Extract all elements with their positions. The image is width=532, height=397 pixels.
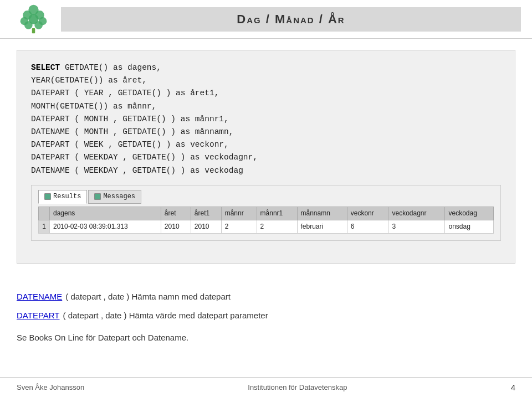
logo-icon [18, 4, 49, 34]
page-header: Dag / Månad / År [0, 0, 532, 39]
results-tab-label: Results [53, 192, 81, 202]
code-line-2: YEAR(GETDATE()) as året, [31, 74, 501, 87]
datename-info-line: DATENAME ( datepart , date ) Hämta namn … [17, 288, 515, 305]
cell-mannr1: 2 [257, 220, 297, 234]
results-container: Results Messages dagens året året1 månnr… [31, 185, 501, 241]
footer-institution: Institutionen för Datavetenskap [248, 383, 347, 391]
svg-point-7 [34, 21, 43, 29]
code-line-6: DATENAME ( MONTH , GETDATE() ) as månnam… [31, 126, 501, 138]
th-aret1: året1 [191, 207, 221, 220]
datename-info-text: ( datepart , date ) Hämta namn med datep… [65, 288, 231, 305]
th-dagens: dagens [50, 207, 161, 220]
logo-area [11, 4, 55, 34]
datepart-info-text: ( datepart , date ) Hämta värde med date… [63, 307, 268, 324]
cell-rownum: 1 [39, 220, 50, 234]
code-line-4: MONTH(GETDATE()) as månnr, [31, 100, 501, 113]
cell-veckonr: 6 [347, 220, 388, 234]
results-tabs: Results Messages [38, 190, 494, 204]
results-tab-icon [44, 193, 51, 200]
cell-veckodagnr: 3 [388, 220, 445, 234]
th-mannr: månnr [221, 207, 257, 220]
messages-tab-label: Messages [103, 192, 135, 202]
footer-author: Sven Åke Johansson [17, 383, 84, 391]
datename-link[interactable]: DATENAME [17, 288, 62, 305]
svg-point-6 [24, 21, 33, 29]
info-note: Se Books On Line för Datepart och Datena… [17, 329, 515, 346]
th-aret: året [161, 207, 191, 220]
code-line-1: SELECT GETDATE() as dagens, [31, 61, 501, 74]
messages-tab-icon [94, 193, 101, 200]
th-rownum [39, 207, 50, 220]
title-bar: Dag / Månad / År [61, 7, 521, 32]
info-note-text: Se Books On Line för Datepart och Datena… [17, 333, 188, 342]
code-line-3: DATEPART ( YEAR , GETDATE() ) as året1, [31, 87, 501, 100]
cell-aret: 2010 [161, 220, 191, 234]
table-header-row: dagens året året1 månnr månnr1 månnamn v… [39, 207, 494, 220]
cell-mannamn: februari [297, 220, 347, 234]
page-footer: Sven Åke Johansson Institutionen för Dat… [0, 377, 532, 397]
svg-rect-8 [32, 28, 35, 33]
th-mannr1: månnr1 [257, 207, 297, 220]
code-line-7: DATEPART ( WEEK , GETDATE() ) as veckonr… [31, 138, 501, 151]
code-block: SELECT GETDATE() as dagens, YEAR(GETDATE… [17, 50, 515, 264]
code-line-5: DATEPART ( MONTH , GETDATE() ) as månnr1… [31, 113, 501, 126]
code-line-8: DATEPART ( WEEKDAY , GETDATE() ) as veck… [31, 151, 501, 164]
results-tab[interactable]: Results [38, 190, 87, 204]
info-section: DATENAME ( datepart , date ) Hämta namn … [0, 283, 532, 352]
table-row: 1 2010-02-03 08:39:01.313 2010 2010 2 2 … [39, 220, 494, 234]
datepart-info-line: DATEPART ( datepart , date ) Hämta värde… [17, 307, 515, 324]
datepart-link[interactable]: DATEPART [17, 307, 60, 324]
results-table: dagens året året1 månnr månnr1 månnamn v… [38, 207, 494, 234]
th-mannamn: månnamn [297, 207, 347, 220]
cell-mannr: 2 [221, 220, 257, 234]
main-content: SELECT GETDATE() as dagens, YEAR(GETDATE… [0, 39, 532, 283]
messages-tab[interactable]: Messages [88, 190, 141, 204]
cell-aret1: 2010 [191, 220, 221, 234]
page-title: Dag / Månad / År [237, 12, 345, 27]
th-veckonr: veckonr [347, 207, 388, 220]
cell-dagens: 2010-02-03 08:39:01.313 [50, 220, 161, 234]
th-veckodag: veckodag [445, 207, 494, 220]
footer-page-number: 4 [511, 383, 515, 392]
code-line-9: DATENAME ( WEEKDAY , GETDATE() ) as veck… [31, 164, 501, 177]
th-veckodagnr: veckodagnr [388, 207, 445, 220]
cell-veckodag: onsdag [445, 220, 494, 234]
